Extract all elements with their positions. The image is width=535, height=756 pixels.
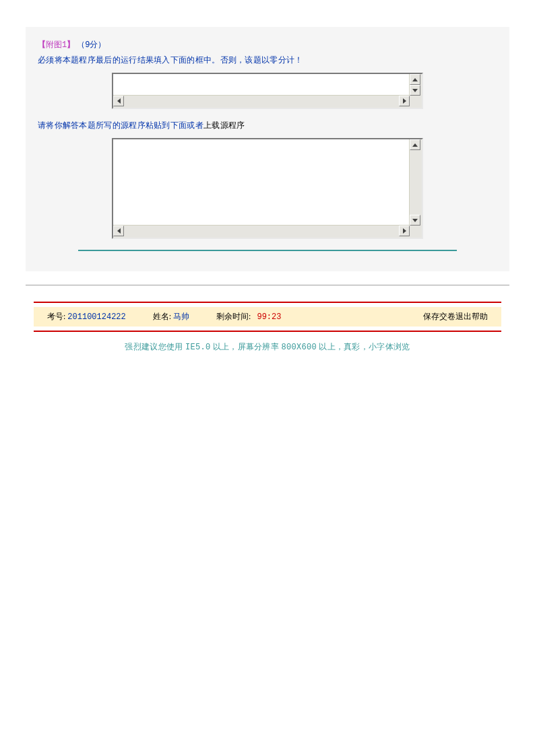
scroll-down-button[interactable]	[410, 85, 420, 96]
action-links: 保存交卷退出帮助	[423, 311, 488, 322]
scroll-corner	[410, 96, 422, 108]
textarea-source-wrap	[38, 138, 497, 239]
help-link[interactable]: 帮助	[472, 312, 488, 321]
arrow-right-icon	[403, 98, 406, 104]
scroll-corner	[410, 226, 422, 238]
rec-suffix: 以上，真彩，小字体浏览	[317, 342, 410, 351]
submit-link[interactable]: 交卷	[439, 312, 455, 321]
instruction-source-text: 请将你解答本题所写的源程序粘贴到下面或者	[38, 121, 203, 130]
scroll-right-button[interactable]	[399, 226, 410, 236]
exit-link[interactable]: 退出	[455, 312, 472, 321]
points-open: （	[77, 40, 85, 49]
red-divider-top	[34, 302, 501, 303]
scroll-left-button[interactable]	[113, 226, 124, 236]
arrow-left-icon	[117, 228, 121, 234]
result-textarea[interactable]	[112, 73, 423, 109]
time-segment: 剩余时间: 99:23	[216, 311, 281, 322]
vertical-scrollbar[interactable]	[409, 139, 422, 226]
exam-id-label: 考号:	[47, 312, 65, 321]
rec-res: 800X600	[281, 343, 317, 352]
arrow-down-icon	[412, 89, 418, 92]
recommendation-text: 强烈建议您使用 IE5.0 以上，屏幕分辨率 800X600 以上，真彩，小字体…	[0, 341, 535, 353]
points-unit: 分	[90, 40, 98, 49]
arrow-left-icon	[117, 98, 121, 104]
arrow-down-icon	[412, 219, 418, 222]
time-label: 剩余时间:	[216, 312, 251, 321]
result-textarea-content[interactable]	[113, 74, 410, 96]
horizontal-scrollbar[interactable]	[113, 225, 410, 238]
scroll-right-button[interactable]	[399, 96, 410, 106]
time-value: 99:23	[257, 312, 281, 322]
textarea-result-wrap	[38, 73, 497, 109]
scroll-left-button[interactable]	[113, 96, 124, 106]
bracket-open: 【	[38, 40, 46, 49]
scroll-up-button[interactable]	[410, 139, 420, 150]
name-value: 马帅	[173, 312, 189, 321]
scroll-up-button[interactable]	[410, 74, 420, 85]
instruction-source: 请将你解答本题所写的源程序粘贴到下面或者上载源程序	[38, 120, 497, 131]
upload-source-link[interactable]: 上载源程序	[203, 121, 245, 130]
teal-divider	[78, 250, 457, 251]
attach-label: 附图	[46, 40, 62, 49]
rec-prefix: 强烈建议您使用	[125, 342, 185, 351]
name-segment: 姓名: 马帅	[153, 311, 189, 322]
main-panel: 【附图1】 （9分） 必须将本题程序最后的运行结果填入下面的框中。否则，该题以零…	[26, 27, 509, 271]
instruction-result: 必须将本题程序最后的运行结果填入下面的框中。否则，该题以零分计！	[38, 55, 497, 66]
status-bar: 考号: 201100124222 姓名: 马帅 剩余时间: 99:23 保存交卷…	[34, 307, 501, 327]
source-textarea-content[interactable]	[113, 139, 410, 226]
name-label: 姓名:	[153, 312, 171, 321]
scroll-down-button[interactable]	[410, 215, 420, 226]
bracket-close: 】	[67, 40, 75, 49]
arrow-up-icon	[412, 143, 418, 147]
exam-id-segment: 考号: 201100124222	[47, 311, 126, 322]
title-row: 【附图1】 （9分）	[38, 39, 497, 50]
arrow-up-icon	[412, 78, 418, 81]
vertical-scrollbar[interactable]	[409, 74, 422, 96]
horizontal-scrollbar[interactable]	[113, 95, 410, 108]
rec-ie: IE5.0	[185, 343, 211, 352]
points-close: ）	[98, 40, 106, 49]
red-divider-bottom	[34, 331, 501, 332]
rec-mid1: 以上，屏幕分辨率	[210, 342, 281, 351]
save-link[interactable]: 保存	[423, 312, 439, 321]
arrow-right-icon	[403, 228, 406, 234]
panel-bottom-border	[26, 285, 509, 285]
exam-id-value: 201100124222	[67, 312, 125, 322]
source-textarea[interactable]	[112, 138, 423, 239]
